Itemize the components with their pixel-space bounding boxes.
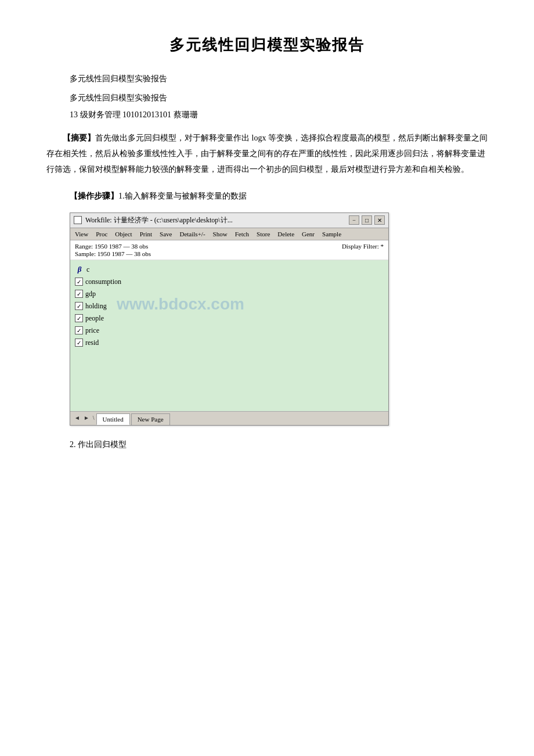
- menu-store[interactable]: Store: [253, 229, 273, 239]
- sample-label: Sample:: [75, 250, 96, 257]
- menu-delete[interactable]: Delete: [274, 229, 298, 239]
- var-name-price: price: [85, 325, 99, 336]
- menu-save[interactable]: Save: [156, 229, 175, 239]
- subtitle1: 多元线性回归模型实验报告: [70, 71, 488, 86]
- workfile-window: Workfile: 计量经济学 - (c:\users\apple\deskto…: [70, 213, 389, 426]
- minimize-button[interactable]: −: [349, 215, 359, 225]
- var-checkbox-consumption[interactable]: [75, 278, 83, 286]
- list-item[interactable]: resid: [75, 337, 384, 348]
- var-name-c: c: [86, 264, 89, 275]
- var-checkbox-people[interactable]: [75, 314, 83, 322]
- var-name-people: people: [85, 313, 104, 323]
- window-titlebar: Workfile: 计量经济学 - (c:\users\apple\deskto…: [70, 213, 388, 228]
- var-name-holding: holding: [85, 301, 107, 311]
- menu-details[interactable]: Details+/-: [176, 229, 208, 239]
- var-name-gdp: gdp: [85, 289, 96, 299]
- sample-value: 1950 1987 — 38 obs: [98, 250, 151, 257]
- tab-untitled[interactable]: Untitled: [96, 413, 130, 425]
- menu-fetch[interactable]: Fetch: [232, 229, 252, 239]
- steps-label: 【操作步骤】: [70, 192, 118, 200]
- list-item[interactable]: consumption: [75, 276, 384, 287]
- var-b-icon: β: [75, 264, 84, 275]
- var-checkbox-price[interactable]: [75, 326, 83, 334]
- window-controls[interactable]: − □ ✕: [349, 215, 385, 225]
- menu-genr[interactable]: Genr: [298, 229, 318, 239]
- var-checkbox-resid[interactable]: [75, 339, 83, 347]
- window-menubar: View Proc Object Print Save Details+/- S…: [70, 228, 388, 240]
- abstract-text: 首先做出多元回归模型，对于解释变量作出 logx 等变换，选择拟合程度最高的模型…: [46, 134, 488, 173]
- tab-nav-backslash: \: [91, 411, 96, 425]
- menu-proc[interactable]: Proc: [92, 229, 111, 239]
- restore-button[interactable]: □: [362, 215, 372, 225]
- menu-view[interactable]: View: [71, 229, 92, 239]
- step1-text: 1.输入解释变量与被解释变量的数据: [118, 192, 247, 200]
- list-item[interactable]: price: [75, 325, 384, 336]
- page-title: 多元线性回归模型实验报告: [46, 35, 488, 55]
- window-tabs: ◄ ► \ Untitled New Page: [70, 411, 388, 425]
- window-app-icon: [74, 216, 82, 224]
- window-content: www.bdocx.com β c consumption gdp holdin…: [70, 260, 388, 411]
- tab-nav-right[interactable]: ►: [82, 411, 91, 425]
- author-line: 13 级财务管理 101012013101 蔡珊珊: [70, 110, 488, 120]
- menu-show[interactable]: Show: [210, 229, 231, 239]
- section-heading-steps: 【操作步骤】1.输入解释变量与被解释变量的数据: [46, 189, 488, 204]
- tab-new-page[interactable]: New Page: [131, 413, 170, 425]
- sample-info: Sample: 1950 1987 — 38 obs: [75, 250, 151, 257]
- list-item[interactable]: β c: [75, 264, 384, 275]
- subtitle2: 多元线性回归模型实验报告: [70, 91, 488, 105]
- window-title-left: Workfile: 计量经济学 - (c:\users\apple\deskto…: [74, 215, 233, 225]
- window-info-bar: Range: 1950 1987 — 38 obs Sample: 1950 1…: [70, 240, 388, 260]
- list-item[interactable]: gdp: [75, 289, 384, 299]
- close-button[interactable]: ✕: [374, 215, 385, 225]
- list-item[interactable]: holding: [75, 301, 384, 311]
- var-name-resid: resid: [85, 337, 99, 348]
- range-label: Range:: [75, 243, 93, 250]
- step2-label: 2. 作出回归模型: [70, 437, 488, 453]
- var-checkbox-holding[interactable]: [75, 302, 83, 310]
- tab-nav-left[interactable]: ◄: [73, 411, 82, 425]
- display-filter: Display Filter: *: [342, 243, 384, 257]
- var-name-consumption: consumption: [85, 276, 121, 287]
- list-item[interactable]: people: [75, 313, 384, 323]
- abstract-block: 【摘要】首先做出多元回归模型，对于解释变量作出 logx 等变换，选择拟合程度最…: [46, 131, 488, 177]
- range-info: Range: 1950 1987 — 38 obs: [75, 243, 151, 250]
- range-value: 1950 1987 — 38 obs: [95, 243, 148, 250]
- window-info-left: Range: 1950 1987 — 38 obs Sample: 1950 1…: [75, 243, 151, 257]
- menu-object[interactable]: Object: [111, 229, 135, 239]
- menu-sample[interactable]: Sample: [319, 229, 345, 239]
- var-checkbox-gdp[interactable]: [75, 290, 83, 298]
- abstract-label: 【摘要】: [63, 134, 95, 142]
- window-title-text: Workfile: 计量经济学 - (c:\users\apple\deskto…: [85, 215, 233, 225]
- menu-print[interactable]: Print: [136, 229, 156, 239]
